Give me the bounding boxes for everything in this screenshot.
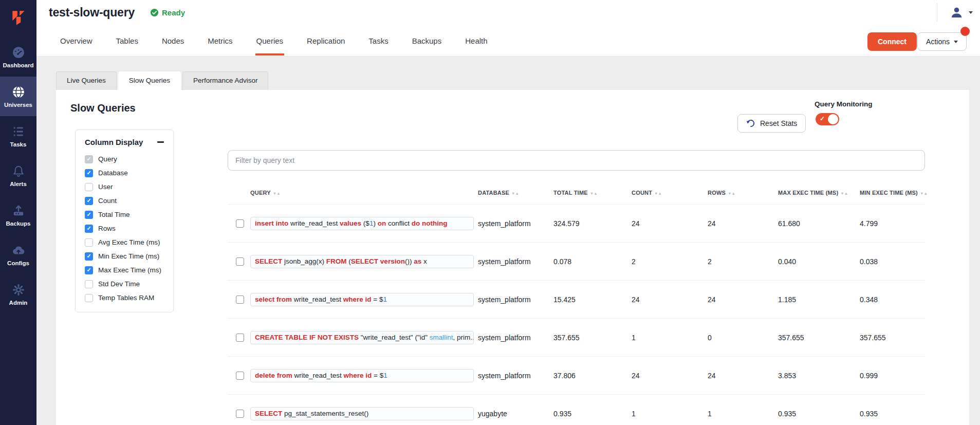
sql-token: on: [378, 219, 386, 227]
sort-arrows-icon[interactable]: ▼▲: [511, 191, 519, 196]
table-row[interactable]: CREATE TABLE IF NOT EXISTS "write_read_t…: [228, 318, 925, 356]
checkbox-avg-exec-time-ms[interactable]: [85, 238, 93, 247]
sql-token: ($: [361, 219, 369, 227]
tab-backups[interactable]: Backups: [412, 25, 442, 57]
query-monitoring-toggle[interactable]: ✓: [816, 113, 839, 125]
sidebar-item-backups[interactable]: Backups: [0, 195, 36, 235]
column-header-query[interactable]: QUERY▼▲: [250, 190, 478, 196]
subtab-slow-queries[interactable]: Slow Queries: [118, 71, 181, 90]
column-option-label: Database: [98, 169, 128, 177]
column-option-database[interactable]: ✓Database: [85, 166, 164, 180]
subtab-performance-advisor[interactable]: Performance Advisor: [182, 71, 268, 90]
checkbox-count[interactable]: ✓: [85, 197, 93, 205]
check-circle-icon: [150, 8, 159, 17]
column-option-label: Rows: [98, 225, 116, 232]
column-header-max-exec-time-ms[interactable]: MAX EXEC TIME (MS)▼▲: [778, 190, 860, 196]
user-menu[interactable]: [937, 0, 980, 25]
sort-arrows-icon[interactable]: ▼▲: [654, 191, 662, 196]
actions-button[interactable]: Actions: [917, 32, 967, 51]
query-text[interactable]: CREATE TABLE IF NOT EXISTS "write_read_t…: [250, 331, 474, 344]
sidebar-item-admin[interactable]: Admin: [0, 274, 36, 314]
column-header-count[interactable]: COUNT▼▲: [632, 190, 708, 196]
row-checkbox[interactable]: [236, 334, 244, 342]
table-row[interactable]: SELECT pg_stat_statements_reset()yugabyt…: [228, 394, 925, 425]
query-text[interactable]: SELECT jsonb_agg(x) FROM (SELECT version…: [250, 255, 474, 268]
checkbox-database[interactable]: ✓: [85, 169, 93, 177]
sql-token: as: [414, 257, 421, 265]
sql-token: , prim...: [453, 334, 474, 341]
header-divider: [937, 3, 937, 22]
tab-metrics[interactable]: Metrics: [208, 25, 232, 57]
sidebar-item-alerts[interactable]: Alerts: [0, 156, 36, 195]
checkbox-temp-tables-ram[interactable]: [85, 294, 93, 302]
checkbox-max-exec-time-ms[interactable]: ✓: [85, 266, 93, 274]
column-option-std-dev-time[interactable]: Std Dev Time: [85, 277, 164, 291]
table-row[interactable]: select from write_read_test where id = $…: [228, 280, 925, 318]
query-table-zone: QUERY▼▲DATABASE▼▲TOTAL TIME▼▲COUNT▼▲ROWS…: [228, 150, 925, 425]
subtab-live-queries[interactable]: Live Queries: [56, 71, 117, 90]
column-header-rows[interactable]: ROWS▼▲: [708, 190, 778, 196]
sort-arrows-icon[interactable]: ▼▲: [840, 191, 848, 196]
max-exec-time-cell: 61.680: [778, 219, 860, 228]
sort-arrows-icon[interactable]: ▼▲: [728, 191, 735, 196]
column-option-temp-tables-ram[interactable]: Temp Tables RAM: [85, 291, 164, 305]
yugabyte-logo-icon[interactable]: [0, 0, 36, 37]
column-option-avg-exec-time-ms[interactable]: Avg Exec Time (ms): [85, 235, 164, 249]
column-option-count[interactable]: ✓Count: [85, 194, 164, 208]
row-checkbox[interactable]: [236, 410, 244, 418]
tab-tasks[interactable]: Tasks: [368, 25, 388, 57]
sort-arrows-icon[interactable]: ▼▲: [273, 191, 281, 196]
column-option-query[interactable]: ✓Query: [85, 152, 164, 166]
sort-arrows-icon[interactable]: ▼▲: [590, 191, 598, 196]
column-option-min-exec-time-ms[interactable]: ✓Min Exec Time (ms): [85, 249, 164, 263]
query-text[interactable]: delete from write_read_test where id = $…: [250, 369, 474, 382]
collapse-minus-icon[interactable]: [157, 141, 164, 143]
sort-arrows-icon[interactable]: ▼▲: [920, 191, 928, 196]
row-checkbox[interactable]: [236, 257, 244, 266]
table-row[interactable]: insert into write_read_test values ($1) …: [228, 204, 925, 242]
total-time-cell: 0.935: [553, 410, 632, 418]
column-option-max-exec-time-ms[interactable]: ✓Max Exec Time (ms): [85, 263, 164, 277]
query-filter-input[interactable]: [228, 150, 925, 171]
database-cell: system_platform: [478, 219, 553, 228]
checkbox-min-exec-time-ms[interactable]: ✓: [85, 252, 93, 261]
reset-stats-label: Reset Stats: [760, 119, 797, 127]
tab-replication[interactable]: Replication: [307, 25, 345, 57]
sidebar-item-tasks[interactable]: Tasks: [0, 116, 36, 156]
column-header-total-time[interactable]: TOTAL TIME▼▲: [553, 190, 632, 196]
query-text[interactable]: insert into write_read_test values ($1) …: [250, 217, 474, 230]
column-header-label: MAX EXEC TIME (MS): [778, 190, 838, 196]
sidebar-item-dashboard[interactable]: Dashboard: [0, 37, 36, 77]
tab-overview[interactable]: Overview: [60, 25, 93, 57]
row-checkbox[interactable]: [236, 372, 244, 380]
checkbox-std-dev-time[interactable]: [85, 280, 93, 288]
table-row[interactable]: delete from write_read_test where id = $…: [228, 356, 925, 394]
column-option-rows[interactable]: ✓Rows: [85, 221, 164, 235]
row-checkbox[interactable]: [236, 295, 244, 304]
sql-token: do nothing: [412, 219, 448, 227]
connect-button[interactable]: Connect: [867, 32, 917, 51]
checkbox-user[interactable]: [85, 183, 93, 191]
user-avatar-icon[interactable]: [950, 6, 964, 20]
reset-stats-button[interactable]: Reset Stats: [737, 114, 806, 133]
query-text[interactable]: select from write_read_test where id = $…: [250, 293, 474, 306]
column-header-min-exec-time-ms[interactable]: MIN EXEC TIME (MS)▼▲: [860, 190, 928, 196]
query-text[interactable]: SELECT pg_stat_statements_reset(): [250, 407, 474, 420]
tab-health[interactable]: Health: [465, 25, 487, 57]
sidebar-item-configs[interactable]: Configs: [0, 235, 36, 274]
checkbox-total-time[interactable]: ✓: [85, 211, 93, 219]
column-option-total-time[interactable]: ✓Total Time: [85, 208, 164, 221]
tab-queries[interactable]: Queries: [256, 25, 284, 57]
database-cell: system_platform: [478, 334, 553, 342]
tab-nodes[interactable]: Nodes: [162, 25, 184, 57]
column-option-user[interactable]: User: [85, 180, 164, 194]
max-exec-time-cell: 0.040: [778, 257, 860, 266]
table-row[interactable]: SELECT jsonb_agg(x) FROM (SELECT version…: [228, 242, 925, 280]
sidebar-item-universes[interactable]: Universes: [0, 77, 36, 116]
checkbox-rows[interactable]: ✓: [85, 225, 93, 233]
alerts-bell-icon: [12, 164, 25, 178]
tab-tables[interactable]: Tables: [116, 25, 138, 57]
column-header-database[interactable]: DATABASE▼▲: [478, 190, 553, 196]
column-header-label: ROWS: [708, 190, 726, 196]
row-checkbox[interactable]: [236, 219, 244, 228]
